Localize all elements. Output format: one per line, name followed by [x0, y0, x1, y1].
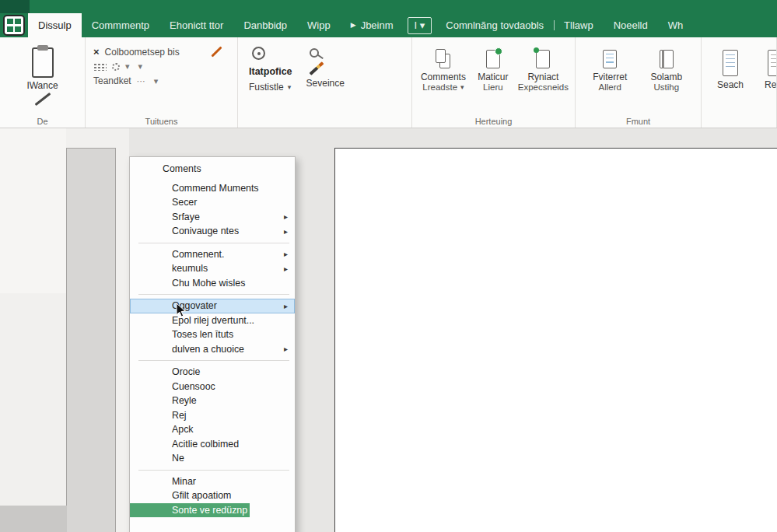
ribbon-group-fmunt: Fviterret Allerd Solamb Ustihg Fmunt	[576, 37, 702, 128]
menu-item[interactable]: Ne	[130, 451, 295, 466]
menu-item-label: Reyle	[172, 395, 197, 406]
close-icon[interactable]: ×	[93, 46, 100, 58]
menu-item[interactable]: Chu Mohe wisles	[130, 276, 295, 291]
menu-item[interactable]: dulven a chuoice ▸	[130, 342, 295, 357]
menu-item[interactable]: Minar	[130, 474, 295, 489]
mouse-cursor-icon	[176, 303, 186, 321]
ribbon-button[interactable]: Fviterret Allerd	[582, 42, 639, 115]
tabs-bar: Dissulp Commmentp Ehonictt ttor Danbbidp…	[2, 13, 777, 37]
pencil-icon[interactable]	[211, 46, 222, 57]
group-label-de: De	[0, 117, 85, 126]
ribbon-button[interactable]: Comments Lreadste ▾	[418, 42, 468, 115]
menu-item[interactable]: Oggovater ▸	[130, 299, 295, 313]
tab-label: Commmentp	[92, 19, 149, 31]
ribbon-tab[interactable]: Commmentp	[82, 13, 159, 37]
menu-item[interactable]: Gfilt apoatiom	[130, 488, 295, 503]
ribbon-button[interactable]: Maticur Lieru	[468, 42, 518, 115]
ribbon-tab[interactable]: Wh	[658, 13, 694, 37]
ribbon-group-tuituens: × Colboometsep bis ▾ ▾ Teandket ⋯ ▾ Tuit…	[86, 37, 238, 128]
seveince-button[interactable]: Seveince	[306, 78, 345, 89]
ribbon-button-icon	[656, 49, 677, 69]
menu-item[interactable]: Epol rilej dvertunt...	[130, 313, 295, 328]
ribbon-group-herteuing: Comments Lreadste ▾ Maticur Lieru	[412, 37, 576, 128]
ribbon-tab[interactable]: Tllawp	[554, 13, 604, 37]
menu-item[interactable]: Orocie	[130, 365, 295, 380]
menu-item-label: Toses len ītuts	[172, 329, 233, 340]
ribbon-tabs: Dissulp Commmentp Ehonictt ttor Danbbidp…	[28, 13, 693, 37]
colboometsep-button[interactable]: Colboometsep bis	[105, 47, 180, 58]
menu-item-label: Srfaye	[172, 212, 200, 222]
grid-dots-icon[interactable]	[93, 62, 107, 71]
menu-item-label: Gfilt apoatiom	[172, 490, 231, 501]
ribbon-tab[interactable]: Dissulp	[28, 13, 82, 37]
collapsed-pane[interactable]	[66, 148, 116, 532]
menu-item[interactable]: Srfaye ▸	[130, 210, 295, 225]
menu-item[interactable]: Secer	[130, 195, 295, 210]
ribbon-button-icon	[599, 49, 621, 69]
group-label-fmunt: Fmunt	[576, 117, 701, 126]
tab-label: Comnlnãng tovdaobls	[446, 19, 544, 31]
ribbon-button-label: Rece	[765, 79, 777, 90]
menu-item[interactable]: Acitlie colbimed	[130, 437, 295, 452]
app-logo-icon[interactable]	[3, 15, 25, 36]
menu-item-label: dulven a chuoice	[172, 344, 244, 355]
pencil-icon[interactable]	[309, 61, 324, 75]
ribbon-tab[interactable]: Comnlnãng tovdaobls	[436, 13, 554, 37]
chevron-down-icon: ▾	[460, 83, 464, 91]
chevron-down-icon: ▾	[288, 83, 292, 91]
ribbon-tab[interactable]: Ehonictt ttor	[159, 13, 233, 37]
ribbon-group-right: Seach Rece	[702, 37, 777, 128]
ribbon-tab[interactable]: Wipp	[297, 13, 341, 37]
menu-item-label: Conivauge ntes	[172, 226, 239, 236]
itatpofice-button[interactable]: Itatpofice	[249, 66, 292, 77]
menu-item[interactable]: Cuensooc	[130, 380, 295, 394]
ribbon-button-icon	[532, 49, 554, 69]
menu-item[interactable]: Comnenent. ▸	[130, 247, 295, 262]
left-panel-upper	[0, 128, 66, 293]
menu-item[interactable]: keumuls ▸	[130, 261, 295, 276]
fustistle-dropdown[interactable]: Fustistle ▾	[249, 82, 291, 93]
teandket-button[interactable]: Teandket	[93, 75, 131, 86]
ribbon-button[interactable]: Rece	[753, 42, 777, 115]
menu-item	[130, 466, 295, 474]
menu-item[interactable]: Conivauge ntes ▸	[130, 224, 295, 239]
ribbon-button[interactable]: Seach	[708, 42, 753, 115]
ribbon-tab[interactable]: ▶ Jbeinm	[341, 13, 404, 37]
application-window: Dissulp Commmentp Ehonictt ttor Danbbidp…	[0, 0, 777, 532]
ribbon-tab[interactable]: I ▾	[408, 17, 432, 34]
ribbon-button-sublabel: Expecsneids	[518, 82, 569, 92]
paste-icon[interactable]	[30, 45, 56, 78]
ribbon-tab[interactable]: Danbbidp	[233, 13, 297, 37]
menu-item[interactable]: Toses len ītuts	[130, 327, 295, 342]
menu-item	[130, 356, 295, 365]
submenu-arrow-icon: ▸	[284, 264, 288, 273]
group-label-herteuing: Herteuing	[412, 117, 575, 126]
ribbon-button[interactable]: Ryniact Expecsneids	[518, 42, 569, 115]
gear-icon[interactable]	[112, 63, 120, 71]
menu-item[interactable]: Sonte ve redüznp	[130, 503, 250, 518]
target-icon[interactable]	[252, 47, 265, 60]
menu-item[interactable]: Commend Muments	[130, 181, 295, 196]
ribbon-tab[interactable]: Noeelld	[604, 13, 658, 37]
caret-icons: ▾ ▾	[125, 61, 145, 72]
title-bar: Dissulp Commmentp Ehonictt ttor Danbbidp…	[0, 0, 777, 37]
window-corner-block	[0, 0, 30, 13]
ribbon-button-label: Maticur	[478, 72, 508, 82]
magnifier-icon[interactable]	[310, 48, 319, 58]
iwance-button[interactable]: IWance	[6, 80, 79, 91]
menu-item[interactable]: Apck	[130, 422, 295, 437]
tab-label: Tllawp	[564, 19, 593, 31]
menu-item[interactable]: Coments	[130, 162, 295, 177]
ribbon-button-label: Seach	[717, 79, 744, 90]
menu-item-label: Secer	[172, 197, 197, 208]
tab-label: Ehonictt ttor	[170, 19, 223, 31]
tab-label: Jbeinm	[361, 19, 394, 31]
document-canvas[interactable]	[334, 148, 777, 532]
ribbon-button-sublabel: Ustihg	[653, 82, 679, 92]
group-label-tuituens: Tuituens	[86, 117, 237, 126]
tab-label: Wipp	[307, 19, 331, 31]
menu-item[interactable]: Rej	[130, 408, 295, 423]
menu-item-label: Ne	[172, 453, 184, 464]
menu-item[interactable]: Reyle	[130, 394, 295, 408]
ribbon-button[interactable]: Solamb Ustihg	[639, 42, 695, 115]
